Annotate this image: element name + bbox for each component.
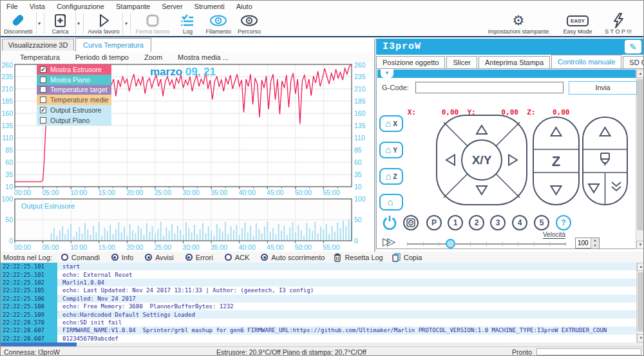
retract-icon[interactable]	[612, 182, 621, 191]
edit-printer-button[interactable]: ✎	[625, 40, 641, 53]
scroll-down-button[interactable]: ▼	[637, 334, 644, 342]
start-job-button[interactable]: Avvia lavoro	[85, 12, 123, 35]
preset-1-button[interactable]: 1	[448, 215, 463, 230]
preset-5-button[interactable]: 5	[534, 215, 549, 230]
panel-splitter[interactable]	[374, 39, 375, 252]
easy-mode-button[interactable]: EASY Easy Mode	[557, 12, 598, 35]
printer-settings-button[interactable]: ⚙ Impostazioni stampante	[480, 12, 557, 35]
toggle-on-icon[interactable]	[145, 254, 152, 261]
start-job-dropdown[interactable]: ▾	[122, 12, 129, 34]
reset-log-button[interactable]: Resetta Log	[334, 253, 383, 262]
log-toggle-avvisi[interactable]: Avvisi	[145, 254, 174, 261]
unchecked-checkbox[interactable]	[40, 97, 46, 103]
legend-row[interactable]: Mostra Piano	[37, 75, 111, 85]
menu-item-file[interactable]: File	[1, 1, 24, 12]
checked-checkbox[interactable]: ✓	[40, 107, 46, 113]
xy-right-button[interactable]	[509, 155, 517, 165]
toggle-off-icon[interactable]	[61, 254, 68, 261]
emergency-stop-button[interactable]: S T O P !!!	[598, 12, 638, 35]
z-up-button[interactable]	[551, 127, 562, 136]
toolbar-label: Log	[183, 28, 193, 35]
preset-2-button[interactable]: 2	[469, 215, 484, 230]
home-all-button[interactable]: ⌂	[379, 194, 403, 211]
slider-thumb[interactable]	[446, 239, 455, 248]
chart-menu-item[interactable]: Zoom	[144, 53, 162, 61]
tab-controllo-manuale[interactable]: Controllo manuale	[551, 55, 621, 68]
scroll-down-button[interactable]: ▼	[636, 241, 644, 249]
checked-checkbox[interactable]: ✓	[40, 66, 46, 73]
xy-up-button[interactable]	[477, 126, 487, 134]
menu-item-server[interactable]: Server	[156, 1, 188, 12]
unchecked-checkbox[interactable]	[40, 77, 46, 83]
z-down-button[interactable]	[551, 186, 562, 194]
extrude-down-button[interactable]	[589, 184, 599, 192]
tab-3d-view[interactable]: Visualizzazione 3D	[2, 39, 74, 51]
toggle-off-icon[interactable]	[225, 254, 232, 261]
log-toggle-button[interactable]: Log	[173, 12, 202, 35]
disconnect-button[interactable]: Disconnetti	[1, 12, 36, 35]
send-gcode-button[interactable]: Invia	[569, 81, 637, 95]
chart-menu-item[interactable]: Temperatura	[20, 53, 60, 61]
motors-off-button[interactable]	[403, 215, 419, 230]
home-x-button[interactable]: ⌂X	[379, 115, 403, 132]
preset-p-button[interactable]: P	[426, 215, 442, 230]
extrude-up-button[interactable]	[600, 127, 611, 136]
home-z-button[interactable]: ⌂Z	[379, 168, 403, 185]
svg-text:110: 110	[354, 134, 365, 142]
legend-row[interactable]: ✓Mostra Estrusore	[37, 64, 111, 75]
legend-row[interactable]: Temperature target	[37, 85, 111, 95]
speed-slider[interactable]	[407, 241, 566, 247]
unchecked-checkbox[interactable]	[40, 117, 46, 124]
scrollbar-thumb[interactable]	[637, 79, 644, 230]
menu-item-aiuto[interactable]: Aiuto	[231, 1, 258, 12]
disconnect-dropdown[interactable]: ▾	[36, 12, 43, 34]
load-button[interactable]: Carica	[46, 12, 75, 35]
tab-sd-card[interactable]: SD Card	[623, 56, 644, 68]
tab-posizione-oggetto[interactable]: Posizione oggetto	[376, 56, 445, 68]
svg-text:260: 260	[1, 62, 13, 69]
xy-down-button[interactable]	[477, 186, 487, 194]
spin-down-button[interactable]: ▼	[591, 243, 599, 248]
menu-item-vista[interactable]: Vista	[24, 1, 51, 12]
legend-row[interactable]: Temperature medie	[37, 95, 111, 105]
log-toggle-info[interactable]: Info	[111, 254, 133, 261]
xy-left-button[interactable]	[446, 155, 455, 165]
menu-item-configurazione[interactable]: Configurazione	[51, 1, 110, 12]
load-dropdown[interactable]: ▾	[75, 12, 82, 34]
unchecked-checkbox[interactable]	[40, 86, 46, 93]
scroll-up-button[interactable]: ▲	[637, 263, 644, 271]
menu-item-strumenti[interactable]: Strumenti	[189, 1, 231, 12]
scroll-up-button[interactable]: ▲	[636, 70, 644, 78]
chart-menu-item[interactable]: Mostra media ...	[178, 53, 229, 61]
toggle-on-icon[interactable]	[111, 254, 118, 261]
log-scrollbar[interactable]: ▲ ▼	[636, 263, 644, 342]
home-y-button[interactable]: ⌂Y	[379, 142, 403, 158]
power-button[interactable]	[381, 214, 399, 232]
copy-log-button[interactable]: Copia	[392, 253, 422, 262]
legend-row[interactable]: ✓Output Estrusore	[37, 105, 111, 115]
legend-label: Temperature target	[50, 86, 108, 93]
travel-view-button[interactable]: Percorso	[234, 12, 264, 35]
right-panel-scrollbar[interactable]: ▲ ▼	[636, 70, 644, 249]
toggle-on-icon[interactable]	[185, 254, 193, 261]
chart-menu-item[interactable]: Periodo di tempo	[75, 53, 129, 61]
log-toggle-errori[interactable]: Errori	[185, 254, 213, 261]
speed-spinner[interactable]: 100 ▲ ▼	[575, 238, 600, 248]
scrollbar-thumb[interactable]	[638, 272, 644, 332]
preset-4-button[interactable]: 4	[512, 215, 527, 230]
help-button[interactable]: ?	[556, 215, 571, 230]
preset-3-button[interactable]: 3	[490, 215, 506, 230]
toggle-on-icon[interactable]	[261, 254, 268, 261]
filament-view-button[interactable]: Filamento	[202, 12, 234, 35]
legend-row[interactable]: Output Piano	[37, 115, 111, 126]
menu-item-stampante[interactable]: Stampante	[110, 1, 156, 12]
tab-temperature-curve[interactable]: Curva Temperatura	[75, 38, 151, 52]
log-toggle-comandi[interactable]: Comandi	[61, 254, 100, 261]
log-toggle-ack[interactable]: ACK	[225, 254, 250, 261]
tab-anteprima-stampa[interactable]: Anteprima Stampa	[478, 56, 550, 68]
tab-slicer[interactable]: Slicer	[446, 56, 477, 68]
collapse-button[interactable]: ▼	[381, 70, 393, 78]
log-toggle-auto-scorrimento[interactable]: Auto scorrimento	[261, 254, 325, 261]
gcode-input[interactable]	[415, 82, 564, 93]
spin-up-button[interactable]: ▲	[591, 238, 599, 243]
